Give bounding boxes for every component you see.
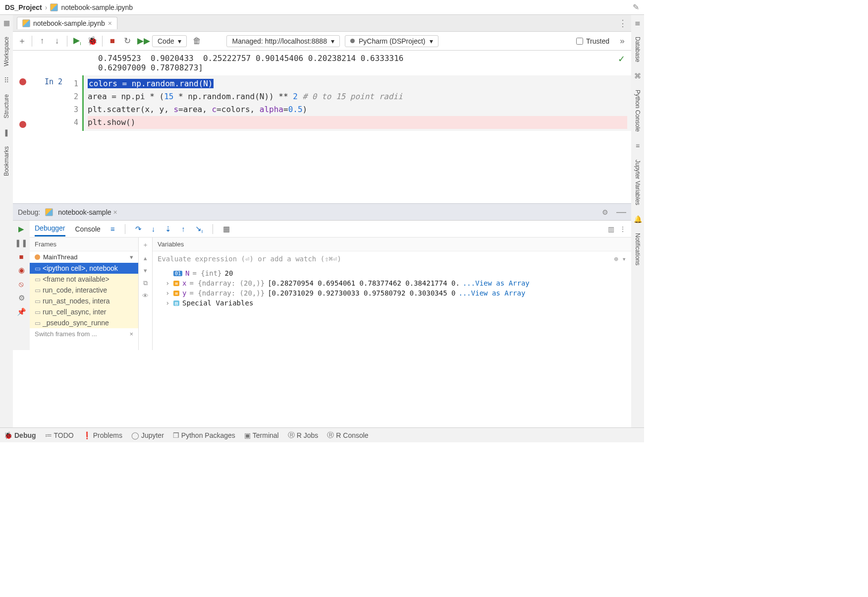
step-out-icon[interactable]: ↑ [181, 225, 185, 233]
sidebar-jupyter-vars[interactable]: Jupyter Variables [634, 160, 641, 205]
frame-item[interactable]: ▭run_cell_async, inter [30, 306, 138, 317]
frame-icon: ▭ [35, 319, 41, 327]
status-python-packages[interactable]: ❒Python Packages [173, 431, 235, 439]
run-cell-icon[interactable]: ▶I [72, 35, 82, 46]
chevron-down-icon[interactable]: ▾ [622, 255, 626, 263]
code-area[interactable]: colors = np.random.rand(N) area = np.pi … [82, 75, 631, 131]
frame-item[interactable]: ▭<ipython cell>, notebook [30, 263, 138, 274]
watch-icon[interactable]: 👁 [142, 292, 149, 299]
breakpoint-icon[interactable] [19, 121, 26, 128]
thread-selector[interactable]: MainThread ▾ [30, 251, 138, 263]
pin-icon[interactable]: 📌 [17, 307, 26, 316]
variable-item[interactable]: ›≡x = {ndarray: (20,)} [0.28270954 0.695… [153, 278, 631, 288]
breakpoint-icon[interactable] [19, 78, 26, 85]
debug-cell-icon[interactable]: 🐞 [87, 36, 97, 46]
close-icon[interactable]: × [129, 330, 133, 338]
project-name[interactable]: DS_Project [5, 3, 42, 11]
bell-icon[interactable]: 🔔 [634, 215, 642, 223]
move-down-icon[interactable]: ↓ [52, 36, 62, 46]
mute-breakpoints-icon[interactable]: ⦸ [19, 280, 24, 289]
notebook-editor[interactable]: ✓ 0.7459523 0.9020433 0.25222757 0.90145… [13, 51, 631, 203]
status-debug[interactable]: 🐞Debug [4, 431, 36, 439]
bookmark-icon[interactable]: ❚ [3, 128, 9, 136]
trusted-checkbox[interactable]: Trusted [576, 37, 609, 45]
status-r-console[interactable]: ⓇR Console [327, 431, 368, 440]
code-cell[interactable]: In 2 1 2 3 4 colors = np.random.rand(N) … [13, 75, 631, 131]
view-breakpoints-icon[interactable]: ◉ [18, 266, 25, 275]
tab-debugger[interactable]: Debugger [35, 221, 65, 237]
sidebar-workspace[interactable]: Workspace [3, 37, 10, 66]
step-over-icon[interactable]: ↷ [135, 225, 142, 234]
stop-icon[interactable]: ■ [108, 36, 117, 46]
tab-options-icon[interactable]: ⋮ [618, 18, 627, 29]
line-numbers: 1 2 3 4 [62, 75, 82, 131]
pause-icon[interactable]: ❚❚ [15, 239, 28, 247]
gutter[interactable] [13, 75, 33, 131]
sidebar-database[interactable]: Database [634, 37, 641, 62]
sidebar-python-console[interactable]: Python Console [634, 90, 641, 132]
add-cell-icon[interactable]: ＋ [17, 35, 27, 47]
evaluate-expression-input[interactable]: Evaluate expression (⏎) or add a watch (… [153, 251, 631, 266]
debug-session-tab[interactable]: notebook-sample × [58, 208, 117, 216]
copy-icon[interactable]: ⧉ [143, 279, 148, 287]
close-icon[interactable]: × [113, 208, 117, 216]
layout-icon[interactable]: ▥ [608, 225, 614, 233]
frame-icon: ▭ [35, 276, 41, 283]
up-icon[interactable]: ▴ [144, 254, 147, 262]
status-jupyter[interactable]: ◯Jupyter [131, 431, 164, 439]
stop-icon[interactable]: ■ [19, 252, 23, 261]
frame-item[interactable]: ▭run_ast_nodes, intera [30, 296, 138, 306]
trusted-input[interactable] [576, 38, 583, 45]
database-icon[interactable]: ≣ [635, 19, 641, 27]
server-selector[interactable]: Managed: http://localhost:8888 ▾ [226, 35, 339, 47]
array-type-icon: ≡ [173, 291, 179, 296]
sidebar-bookmarks[interactable]: Bookmarks [3, 146, 10, 176]
structure-icon[interactable]: ⠿ [4, 76, 9, 84]
sidebar-notifications[interactable]: Notifications [634, 233, 641, 265]
jupyter-vars-icon[interactable]: ≡ [636, 142, 640, 150]
status-problems[interactable]: ❗Problems [83, 431, 122, 439]
run-all-icon[interactable]: ▶▶ [137, 36, 147, 46]
tab-console[interactable]: Console [75, 222, 101, 236]
switch-frames-hint[interactable]: Switch frames from ...× [30, 328, 138, 340]
move-up-icon[interactable]: ↑ [37, 36, 47, 46]
sidebar-structure[interactable]: Structure [3, 94, 10, 119]
step-into-my-icon[interactable]: ⇣ [165, 225, 171, 234]
interpreter-selector[interactable]: PyCharm (DSProject) ▾ [345, 35, 438, 47]
threads-icon[interactable]: ≡ [110, 225, 115, 233]
variable-item[interactable]: ›▤Special Variables [153, 298, 631, 308]
settings-icon[interactable]: ⚙ [18, 294, 25, 302]
variable-item[interactable]: 01N = {int} 20 [153, 268, 631, 278]
view-as-array-link[interactable]: ...View as Array [463, 279, 530, 287]
evaluate-icon[interactable]: ▦ [223, 225, 230, 234]
variable-item[interactable]: ›≡y = {ndarray: (20,)} [0.20731029 0.927… [153, 288, 631, 298]
edit-icon[interactable]: ✎ [633, 2, 639, 12]
frame-item[interactable]: ▭_pseudo_sync_runne [30, 317, 138, 328]
frame-item[interactable]: ▭<frame not available> [30, 274, 138, 285]
delete-cell-icon[interactable]: 🗑 [192, 36, 202, 46]
restart-icon[interactable]: ↻ [122, 36, 132, 46]
expand-icon[interactable]: » [617, 36, 627, 46]
step-into-icon[interactable]: ↓ [152, 225, 156, 233]
status-todo[interactable]: ≔TODO [45, 431, 74, 439]
gear-icon[interactable]: ⚙ [602, 208, 608, 216]
status-r-jobs[interactable]: ⓇR Jobs [288, 431, 319, 440]
frame-icon: ▭ [35, 265, 41, 272]
add-icon[interactable]: ＋ [142, 240, 149, 249]
cell-type-selector[interactable]: Code ▾ [152, 35, 187, 47]
down-icon[interactable]: ▾ [144, 267, 147, 274]
close-tab-icon[interactable]: × [108, 19, 112, 27]
checkmark-icon: ✓ [618, 54, 625, 64]
run-to-cursor-icon[interactable]: ↘I [195, 224, 203, 234]
view-as-array-link[interactable]: ...View as Array [458, 289, 525, 297]
minimize-icon[interactable]: — [616, 206, 626, 218]
breadcrumb-file[interactable]: notebook-sample.ipynb [61, 3, 133, 11]
editor-tab[interactable]: notebook-sample.ipynb × [17, 17, 117, 29]
status-terminal[interactable]: ▣Terminal [244, 431, 279, 439]
add-watch-icon[interactable]: ⊕ [614, 255, 618, 263]
folder-icon[interactable]: ▦ [3, 19, 10, 27]
more-icon[interactable]: ⋮ [619, 225, 626, 233]
frame-item[interactable]: ▭run_code, interactive [30, 285, 138, 296]
resume-icon[interactable]: ▶ [18, 225, 24, 234]
python-icon[interactable]: ⌘ [634, 72, 641, 80]
